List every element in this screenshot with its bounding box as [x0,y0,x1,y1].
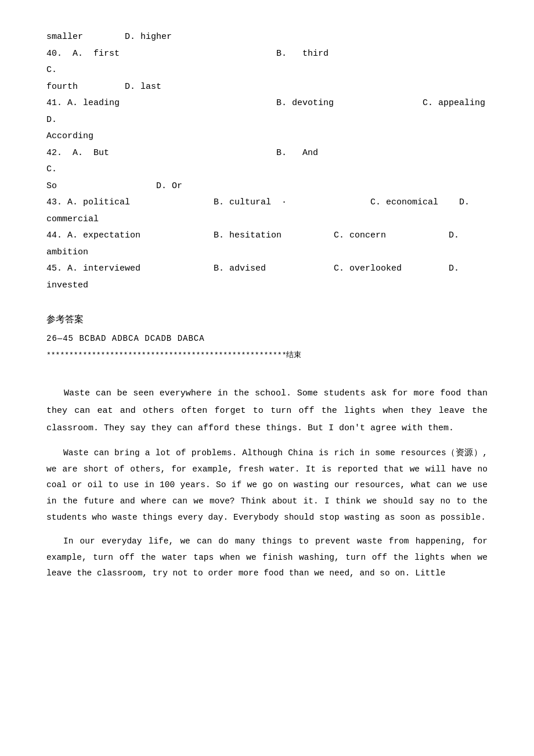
main-content: smaller D. higher 40. A. first B. third … [46,29,488,582]
separator-line: ****************************************… [46,348,488,362]
line-smaller: smaller D. higher [46,29,488,46]
line-43: 43. A. political B. cultural · C. econom… [46,195,488,211]
essay-para-3: In our everyday life, we can do many thi… [46,534,488,582]
line-fourth: fourth D. last [46,79,488,96]
essay-section: Waste can be seen everywhere in the scho… [46,385,488,581]
line-according: According [46,128,488,145]
essay-para-2: Waste can bring a lot of problems. Altho… [46,445,488,525]
answer-title: 参考答案 [46,311,488,328]
line-44: 44. A. expectation B. hesitation C. conc… [46,228,488,244]
line-40: 40. A. first B. third C. [46,46,488,79]
line-so: So D. Or [46,178,488,195]
qa-section: smaller D. higher 40. A. first B. third … [46,29,488,294]
line-45: 45. A. interviewed B. advised C. overloo… [46,261,488,278]
line-commercial: commercial [46,211,488,228]
line-41: 41. A. leading B. devoting C. appealing … [46,95,488,128]
answer-line: 26—45 BCBAD ADBCA DCADB DABCA [46,332,488,346]
line-ambition: ambition [46,244,488,261]
answer-section: 参考答案 26—45 BCBAD ADBCA DCADB DABCA *****… [46,311,488,362]
essay-para-1: Waste can be seen everywhere in the scho… [46,385,488,437]
line-42: 42. A. But B. And C. [46,145,488,178]
line-invested: invested [46,278,488,294]
